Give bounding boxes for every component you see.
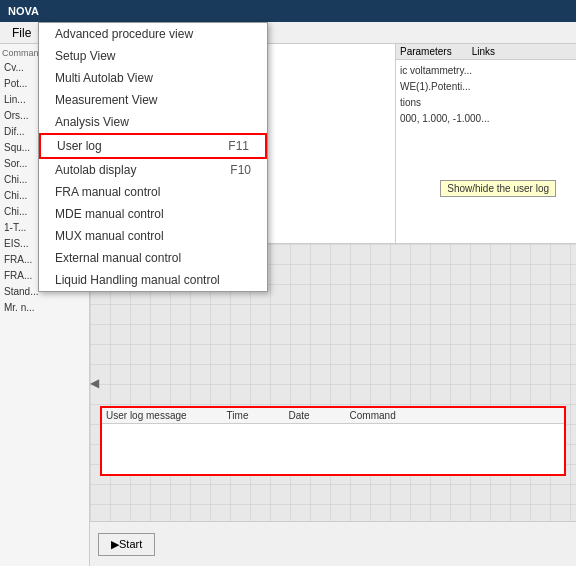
dropdown-item-setup-view[interactable]: Setup View: [39, 45, 267, 67]
dropdown-item-measurement-view[interactable]: Measurement View: [39, 89, 267, 111]
scroll-left-icon[interactable]: ◀: [90, 376, 99, 390]
dropdown-label: Advanced procedure view: [55, 27, 193, 41]
dropdown-label: External manual control: [55, 251, 181, 265]
dropdown-label: Analysis View: [55, 115, 129, 129]
dropdown-shortcut-autolab: F10: [230, 163, 251, 177]
dropdown-item-fra-manual[interactable]: FRA manual control: [39, 181, 267, 203]
bottom-bar: ▶Start: [90, 521, 576, 566]
dropdown-item-external-manual[interactable]: External manual control: [39, 247, 267, 269]
param-line-4: 000, 1.000, -1.000...: [400, 112, 572, 126]
panel-right-content: ic voltammetry... WE(1).Potenti... tions…: [396, 60, 576, 132]
dropdown-label: FRA manual control: [55, 185, 160, 199]
panel-header: Parameters Links: [396, 44, 576, 60]
tooltip: Show/hide the user log: [440, 180, 556, 197]
links-label: Links: [472, 46, 495, 57]
dropdown-item-autolab-display[interactable]: Autolab display F10: [39, 159, 267, 181]
dropdown-label: Setup View: [55, 49, 116, 63]
title-bar: NOVA: [0, 0, 576, 22]
user-log-header: User log message Time Date Command: [102, 408, 564, 424]
param-line-3: tions: [400, 96, 572, 110]
parameters-panel: Parameters Links ic voltammetry... WE(1)…: [396, 44, 576, 243]
start-button[interactable]: ▶Start: [98, 533, 155, 556]
dropdown-shortcut-user-log: F11: [228, 139, 249, 153]
dropdown-label: User log: [57, 139, 102, 153]
user-log-message-col: User log message: [106, 410, 187, 421]
parameters-label: Parameters: [400, 46, 452, 57]
dropdown-label: MUX manual control: [55, 229, 164, 243]
app-title: NOVA: [8, 5, 39, 17]
user-log-time-col: Time: [227, 410, 249, 421]
dropdown-item-mux-manual[interactable]: MUX manual control: [39, 225, 267, 247]
dropdown-label: MDE manual control: [55, 207, 164, 221]
user-log-date-col: Date: [288, 410, 309, 421]
dropdown-item-multi-autolab[interactable]: Multi Autolab View: [39, 67, 267, 89]
dropdown-label: Measurement View: [55, 93, 158, 107]
dropdown-item-liquid-handling[interactable]: Liquid Handling manual control: [39, 269, 267, 291]
param-line-1: ic voltammetry...: [400, 64, 572, 78]
dropdown-item-mde-manual[interactable]: MDE manual control: [39, 203, 267, 225]
user-log-command-col: Command: [350, 410, 396, 421]
dropdown-item-analysis-view[interactable]: Analysis View: [39, 111, 267, 133]
tooltip-text: Show/hide the user log: [447, 183, 549, 194]
param-line-2: WE(1).Potenti...: [400, 80, 572, 94]
dropdown-label: Multi Autolab View: [55, 71, 153, 85]
list-item[interactable]: Mr. n...: [2, 300, 87, 316]
dropdown-label: Autolab display: [55, 163, 136, 177]
user-log-content: [102, 424, 564, 432]
dropdown-item-user-log[interactable]: User log F11: [39, 133, 267, 159]
view-dropdown-menu: Advanced procedure view Setup View Multi…: [38, 22, 268, 292]
dropdown-label: Liquid Handling manual control: [55, 273, 220, 287]
dropdown-item-advanced-procedure[interactable]: Advanced procedure view: [39, 23, 267, 45]
menu-file[interactable]: File: [4, 24, 39, 42]
user-log-panel: User log message Time Date Command: [100, 406, 566, 476]
